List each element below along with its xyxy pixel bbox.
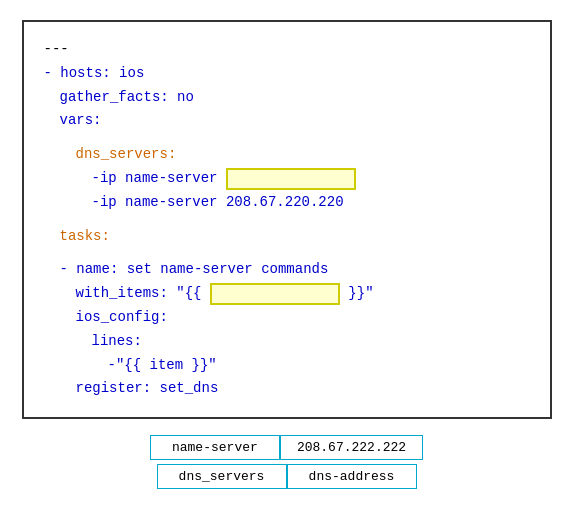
code-text: --- bbox=[44, 38, 69, 62]
table-row-1: name-server 208.67.222.222 bbox=[150, 435, 423, 460]
code-line-1: --- bbox=[44, 38, 530, 62]
table-cell-key-1: name-server bbox=[150, 435, 280, 460]
table-cell-key-2: dns_servers bbox=[157, 464, 287, 489]
code-line-6: -ip name-server bbox=[44, 167, 530, 191]
code-text: - name: set name-server commands bbox=[60, 258, 329, 282]
spacer bbox=[44, 133, 530, 143]
code-line-10: with_items: "{{ }}" bbox=[44, 282, 530, 306]
code-text: ios_config: bbox=[76, 306, 168, 330]
table-row-2: dns_servers dns-address bbox=[157, 464, 417, 489]
code-text: tasks: bbox=[60, 225, 110, 249]
table-cell-value-1: 208.67.222.222 bbox=[280, 435, 423, 460]
code-text: with_items: "{{ bbox=[76, 282, 210, 306]
spacer bbox=[44, 248, 530, 258]
code-text: -ip name-server 208.67.220.220 bbox=[92, 191, 344, 215]
code-text: }}" bbox=[340, 282, 374, 306]
code-line-12: lines: bbox=[44, 330, 530, 354]
code-line-3: gather_facts: no bbox=[44, 86, 530, 110]
code-text: - hosts: ios bbox=[44, 62, 145, 86]
code-line-4: vars: bbox=[44, 109, 530, 133]
code-text: vars: bbox=[60, 109, 102, 133]
code-text: register: set_dns bbox=[76, 377, 219, 401]
code-text: dns_servers: bbox=[76, 143, 177, 167]
code-line-8: tasks: bbox=[44, 225, 530, 249]
highlight-box-1 bbox=[226, 168, 356, 190]
code-line-13: -"{{ item }}" bbox=[44, 354, 530, 378]
code-block: --- - hosts: ios gather_facts: no vars: … bbox=[22, 20, 552, 419]
code-text: gather_facts: no bbox=[60, 86, 194, 110]
code-line-9: - name: set name-server commands bbox=[44, 258, 530, 282]
spacer bbox=[44, 215, 530, 225]
code-text: -ip name-server bbox=[92, 167, 226, 191]
code-line-14: register: set_dns bbox=[44, 377, 530, 401]
code-text: lines: bbox=[92, 330, 142, 354]
code-line-7: -ip name-server 208.67.220.220 bbox=[44, 191, 530, 215]
highlight-box-2 bbox=[210, 283, 340, 305]
code-line-11: ios_config: bbox=[44, 306, 530, 330]
code-text: -"{{ item }}" bbox=[108, 354, 217, 378]
code-line-5: dns_servers: bbox=[44, 143, 530, 167]
table-cell-value-2: dns-address bbox=[287, 464, 417, 489]
code-line-2: - hosts: ios bbox=[44, 62, 530, 86]
variable-table: name-server 208.67.222.222 dns_servers d… bbox=[150, 435, 423, 489]
